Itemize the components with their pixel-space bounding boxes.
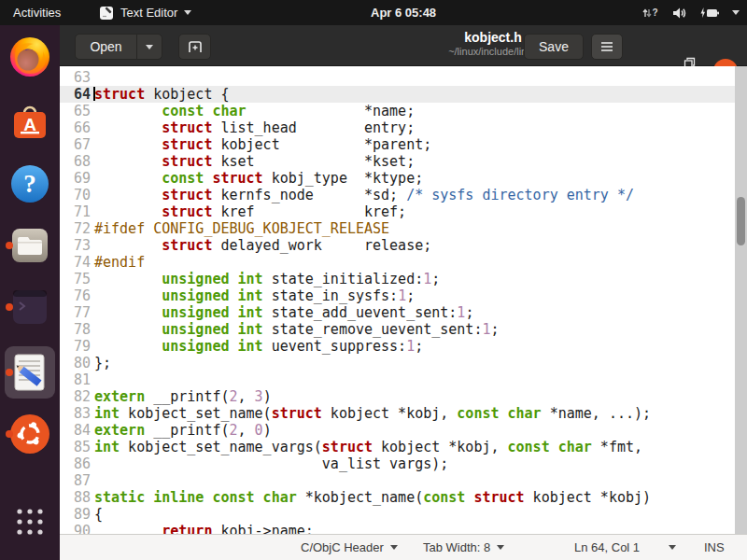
app-menu-button[interactable]: Text Editor (99, 0, 191, 25)
scrollbar-track[interactable] (735, 66, 747, 534)
show-applications-button[interactable] (5, 503, 55, 540)
tab-width-dropdown[interactable]: Tab Width: 8 (423, 535, 504, 560)
line-number: 77 (60, 304, 94, 321)
code-line[interactable]: 81 (60, 371, 735, 388)
code-line[interactable]: 86 va_list vargs); (60, 455, 735, 472)
line-number: 83 (60, 405, 94, 422)
svg-text:A: A (23, 115, 36, 134)
scrollbar-thumb[interactable] (737, 197, 745, 245)
new-document-button[interactable] (178, 34, 211, 60)
open-button[interactable]: Open (75, 34, 137, 60)
code-line[interactable]: 69 const struct kobj_type *ktype; (60, 170, 735, 187)
language-mode-dropdown[interactable]: C/ObjC Header (301, 535, 398, 560)
code-line[interactable]: 88static inline const char *kobject_name… (60, 489, 735, 506)
line-number: 84 (60, 422, 94, 439)
ubuntu-software-icon: A (8, 101, 51, 144)
code-line[interactable]: 70 struct kernfs_node *sd; /* sysfs dire… (60, 187, 735, 203)
running-indicator (6, 430, 13, 438)
dock-item-terminal[interactable] (5, 281, 55, 333)
code-line[interactable]: 67 struct kobject *parent; (60, 136, 735, 153)
language-mode-label: C/ObjC Header (301, 540, 384, 554)
dock-item-ubuntu-software[interactable]: A (5, 96, 55, 148)
header-bar: Open kobject.h ~/linux/include/linux Sav… (60, 25, 747, 66)
code-line[interactable]: 65 const char *name; (60, 103, 735, 119)
new-tab-icon (188, 40, 203, 53)
battery-charging-icon (699, 6, 720, 21)
code-line[interactable]: 66 struct list_head entry; (60, 119, 735, 136)
code-line[interactable]: 63 (60, 69, 735, 86)
text-editor-icon (8, 351, 51, 394)
code-line[interactable]: 75 unsigned int state_initialized:1; (60, 271, 735, 287)
dock-item-firefox[interactable] (5, 31, 55, 83)
app-menu-label: Text Editor (120, 6, 177, 20)
code-line[interactable]: 89{ (60, 506, 735, 523)
line-number: 64 (60, 86, 94, 103)
dock-item-files[interactable] (5, 219, 55, 272)
line-number: 82 (60, 388, 94, 405)
chevron-down-icon (497, 545, 504, 550)
cursor-position-indicator[interactable]: Ln 64, Col 1 (574, 535, 640, 560)
code-line[interactable]: 84extern __printf(2, 0) (60, 422, 735, 439)
line-number: 75 (60, 271, 94, 287)
code-line[interactable]: 78 unsigned int state_remove_uevent_sent… (60, 321, 735, 338)
code-line[interactable]: 85int kobject_set_name_vargs(struct kobj… (60, 439, 735, 455)
line-number: 80 (60, 355, 94, 371)
dock-item-text-editor[interactable] (5, 346, 55, 399)
cursor-position-label: Ln 64, Col 1 (574, 540, 640, 554)
chevron-down-icon (669, 545, 676, 550)
code-line[interactable]: 71 struct kref kref; (60, 203, 735, 220)
line-number: 66 (60, 119, 94, 136)
code-line[interactable]: 74#endif (60, 254, 735, 271)
line-number: 70 (60, 187, 94, 203)
line-number: 74 (60, 254, 94, 271)
code-line[interactable]: 64struct kobject { (60, 86, 735, 103)
line-number: 63 (60, 69, 94, 86)
system-menu-chevron-icon[interactable] (732, 10, 740, 15)
running-indicator (6, 303, 13, 311)
code-line[interactable]: 68 struct kset *kset; (60, 153, 735, 170)
code-line[interactable]: 83int kobject_set_name(struct kobject *k… (60, 405, 735, 422)
dock-item-help[interactable]: ? (5, 158, 55, 210)
clock[interactable]: Apr 6 05:48 (371, 0, 436, 25)
code-line[interactable]: 79 unsigned int uevent_suppress:1; (60, 338, 735, 355)
activities-button[interactable]: Activities (13, 0, 61, 25)
line-number: 86 (60, 455, 94, 472)
insert-mode-indicator[interactable]: INS (704, 535, 725, 560)
line-number: 68 (60, 153, 94, 170)
code-line[interactable]: 76 unsigned int state_in_sysfs:1; (60, 287, 735, 304)
open-recent-dropdown-button[interactable] (136, 34, 162, 60)
code-line[interactable]: 87 (60, 472, 735, 489)
firefox-icon (8, 35, 51, 78)
svg-text:?: ? (653, 7, 658, 18)
line-number: 65 (60, 103, 94, 119)
hamburger-menu-icon (600, 41, 613, 52)
line-number: 67 (60, 136, 94, 153)
volume-icon (671, 6, 687, 21)
code-line[interactable]: 90 return kobj->name; (60, 523, 735, 534)
goto-line-dropdown[interactable] (669, 535, 676, 560)
code-line[interactable]: 72#ifdef CONFIG_DEBUG_KOBJECT_RELEASE (60, 220, 735, 237)
running-indicator (6, 242, 13, 249)
menu-button[interactable] (591, 34, 623, 60)
chevron-down-icon (146, 45, 153, 49)
code-line[interactable]: 77 unsigned int state_add_uevent_sent:1; (60, 304, 735, 321)
terminal-icon (9, 287, 50, 328)
dock-item-ubuntu-desktop[interactable] (5, 408, 55, 460)
editor-view[interactable]: 6364struct kobject {65 const char *name;… (60, 66, 747, 534)
line-number: 79 (60, 338, 94, 355)
code-line[interactable]: 82extern __printf(2, 3) (60, 388, 735, 405)
network-status-icon: ? (641, 6, 659, 21)
svg-text:?: ? (23, 170, 36, 198)
code-area[interactable]: 6364struct kobject {65 const char *name;… (60, 69, 735, 534)
chevron-down-icon (184, 10, 191, 15)
line-number: 78 (60, 321, 94, 338)
status-bar: C/ObjC Header Tab Width: 8 Ln 64, Col 1 … (60, 534, 747, 560)
code-line[interactable]: 80}; (60, 355, 735, 371)
chevron-down-icon (390, 545, 398, 550)
files-icon (8, 224, 51, 267)
save-button[interactable]: Save (524, 34, 584, 60)
code-line[interactable]: 73 struct delayed_work release; (60, 237, 735, 254)
line-number: 81 (60, 371, 94, 388)
tab-width-label: Tab Width: 8 (423, 540, 490, 554)
ubuntu-logo-icon (8, 413, 51, 455)
